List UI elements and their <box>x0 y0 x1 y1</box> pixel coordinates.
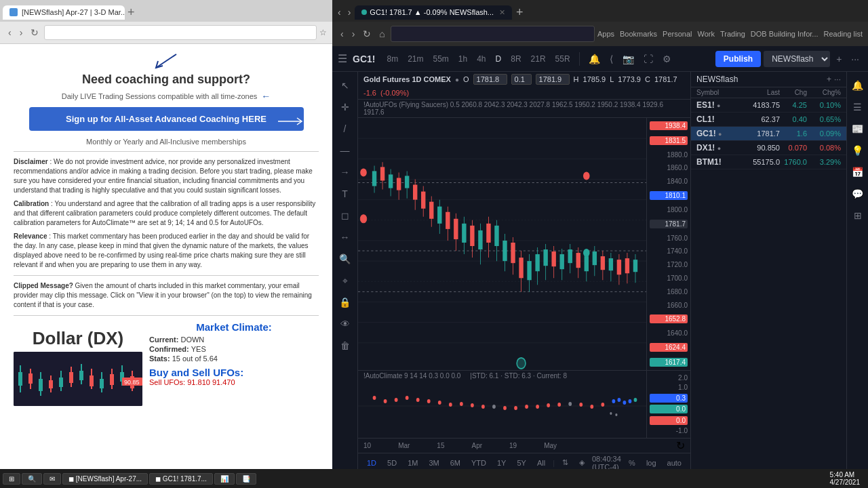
tab-close-right[interactable]: ✕ <box>499 8 505 17</box>
fullscreen-btn[interactable]: ⛶ <box>640 52 656 66</box>
taskbar-email-app[interactable]: ✉ <box>43 473 61 485</box>
horizontal-line-tool[interactable]: — <box>335 141 355 160</box>
tf-55R[interactable]: 55R <box>552 52 574 66</box>
text-tool[interactable]: T <box>335 184 355 203</box>
back-btn[interactable]: ‹ <box>5 26 14 39</box>
signup-coaching-btn[interactable]: Sign up for All-Asset Advanced Coaching … <box>29 107 304 131</box>
forward-btn[interactable]: › <box>17 26 26 39</box>
tf-5Y-bottom[interactable]: 5Y <box>513 458 529 468</box>
tf-6M-bottom[interactable]: 6M <box>447 458 464 468</box>
arrow-tool[interactable]: → <box>335 163 355 182</box>
taskbar-browser-right[interactable]: ◼ GC1! 1781.7... <box>149 473 213 485</box>
replay-btn[interactable]: ⟨ <box>606 52 616 66</box>
add-layout-btn[interactable]: + <box>833 52 845 66</box>
taskbar-browser-left[interactable]: ◼ [NEWSflash] Apr-27... <box>62 473 148 485</box>
newsflash-dropdown[interactable]: NEWSflash <box>764 51 830 67</box>
home-dark[interactable]: ⌂ <box>376 27 387 41</box>
watchlist-icon-btn[interactable]: ☰ <box>850 99 865 115</box>
crosshair-tool[interactable]: ✛ <box>335 98 355 117</box>
taskbar-search[interactable]: 🔍 <box>22 473 42 485</box>
left-tab-active[interactable]: [NEWSflash] Apr-27 | 3-D Mar... ✕ <box>3 5 125 20</box>
price-input-2[interactable] <box>511 74 532 85</box>
taskbar-powerpoint[interactable]: 📑 <box>236 473 256 485</box>
trend-line-tool[interactable]: / <box>335 119 355 138</box>
screenshot-btn[interactable]: 📷 <box>619 52 637 66</box>
tf-21R[interactable]: 21R <box>528 52 549 66</box>
tf-D[interactable]: D <box>492 52 505 66</box>
pct-btn[interactable]: % <box>625 458 639 468</box>
tf-5D-bottom[interactable]: 5D <box>384 458 400 468</box>
watchlist-menu-btn[interactable]: ··· <box>834 75 841 84</box>
tf-3M-bottom[interactable]: 3M <box>425 458 442 468</box>
publish-btn[interactable]: Publish <box>715 51 761 67</box>
chat-icon-btn[interactable]: 💬 <box>849 186 866 202</box>
svg-rect-6 <box>28 373 33 384</box>
new-tab-btn[interactable]: + <box>127 5 135 20</box>
tf-4h[interactable]: 4h <box>473 52 489 66</box>
forward-dark[interactable]: › <box>349 27 358 41</box>
url-input-left[interactable]: d2ag3jdu89hmr4.cl... <box>44 25 317 40</box>
bm-work[interactable]: Work <box>697 30 714 38</box>
tf-8m[interactable]: 8m <box>383 52 401 66</box>
new-tab-btn-right[interactable]: + <box>516 5 524 20</box>
refresh-icon[interactable]: ↻ <box>676 439 685 452</box>
eye-tool[interactable]: 👁 <box>335 314 355 333</box>
taskbar-start[interactable]: ⊞ <box>3 473 20 485</box>
tf-55m[interactable]: 55m <box>429 52 452 66</box>
watchlist-item-gc1[interactable]: GC1! ● 1781.7 1.6 0.09% <box>691 127 846 141</box>
news-icon-btn[interactable]: 📰 <box>849 121 866 137</box>
forward-btn-right[interactable]: › <box>345 5 354 19</box>
bm-dob[interactable]: DOB Building Infor... <box>751 30 818 38</box>
watchlist-item-es1[interactable]: ES1! ● 4183.75 4.25 0.10% <box>691 98 846 113</box>
watchlist-item-dx1[interactable]: DX1! ● 90.850 0.070 0.08% <box>691 141 846 155</box>
lock-tool[interactable]: 🔒 <box>335 293 355 312</box>
back-btn-right[interactable]: ‹ <box>335 5 344 19</box>
tf-All-bottom[interactable]: All <box>534 458 549 468</box>
alerts-icon-btn[interactable]: 🔔 <box>849 77 866 94</box>
tf-1Y-bottom[interactable]: 1Y <box>494 458 509 468</box>
alert-btn[interactable]: 🔔 <box>585 52 604 66</box>
url-input-right[interactable]: tradingview.com/chart/miVjv5jA/ <box>391 26 595 42</box>
chart-svg-area[interactable] <box>358 118 646 370</box>
right-tab-gc1-active[interactable]: GC1! 1781.7 ▲ -0.09% NEWSflash... ✕ <box>355 5 512 20</box>
add-watchlist-btn[interactable]: + <box>827 75 831 84</box>
refresh-btn[interactable]: ↻ <box>28 26 41 39</box>
shape-tool[interactable]: ◻ <box>335 206 355 225</box>
bookmark-star[interactable]: ☆ <box>319 28 327 37</box>
bm-trading[interactable]: Trading <box>720 30 745 38</box>
expand-icon-btn[interactable]: ⊞ <box>851 207 865 224</box>
tf-1D-bottom[interactable]: 1D <box>363 458 380 468</box>
hamburger-menu[interactable]: ☰ <box>338 52 347 65</box>
cursor-tool[interactable]: ↖ <box>335 76 355 95</box>
tf-YTD-bottom[interactable]: YTD <box>468 458 490 468</box>
indicators-btn[interactable]: ◈ <box>576 457 588 468</box>
settings-btn[interactable]: ⚙ <box>659 52 675 66</box>
zoom-tool[interactable]: 🔍 <box>335 249 355 268</box>
tf-1M-bottom[interactable]: 1M <box>404 458 421 468</box>
auto-btn[interactable]: auto <box>664 458 685 468</box>
bm-apps[interactable]: Apps <box>597 30 614 38</box>
log-btn[interactable]: log <box>643 458 660 468</box>
delete-tool[interactable]: 🗑 <box>335 336 355 355</box>
magnet-tool[interactable]: ⌖ <box>335 271 355 290</box>
refresh-dark[interactable]: ↻ <box>360 27 374 41</box>
svg-point-124 <box>449 403 452 407</box>
tf-8R[interactable]: 8R <box>507 52 524 66</box>
ideas-icon-btn[interactable]: 💡 <box>849 142 866 159</box>
measure-tool[interactable]: ↔ <box>335 228 355 247</box>
price-open-input[interactable] <box>473 74 507 85</box>
bm-personal[interactable]: Personal <box>663 30 692 38</box>
back-dark[interactable]: ‹ <box>338 27 347 41</box>
tf-1h[interactable]: 1h <box>455 52 471 66</box>
bm-bookmarks[interactable]: Bookmarks <box>620 30 657 38</box>
price-1800: 1800.0 <box>650 206 688 214</box>
more-options-btn[interactable]: ··· <box>848 52 863 66</box>
price-input-3[interactable] <box>536 74 570 85</box>
tf-21m[interactable]: 21m <box>404 52 427 66</box>
calendar-icon-btn[interactable]: 📅 <box>849 164 866 180</box>
compare-btn[interactable]: ⇅ <box>559 457 572 468</box>
bm-reading[interactable]: Reading list <box>824 30 863 38</box>
watchlist-item-btm1[interactable]: BTM1! 55175.0 1760.0 3.29% <box>691 155 846 169</box>
watchlist-item-cl1[interactable]: CL1! 62.37 0.40 0.65% <box>691 113 846 127</box>
taskbar-excel[interactable]: 📊 <box>214 473 235 485</box>
